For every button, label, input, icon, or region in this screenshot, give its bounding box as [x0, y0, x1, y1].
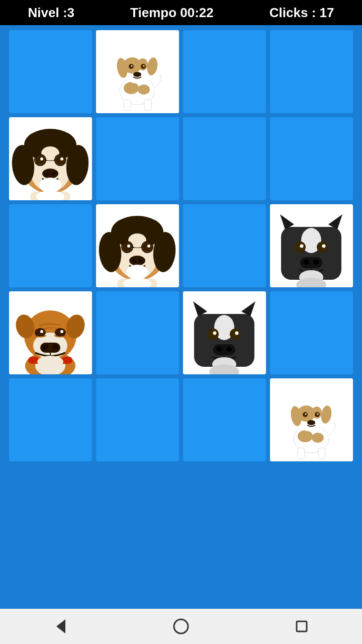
svg-point-51 — [138, 260, 142, 263]
svg-point-26 — [60, 157, 63, 160]
svg-point-29 — [42, 169, 58, 179]
svg-point-85 — [42, 345, 48, 350]
cell-7[interactable] — [270, 117, 353, 200]
svg-point-95 — [230, 329, 241, 340]
svg-point-3 — [138, 85, 150, 95]
svg-point-64 — [322, 245, 326, 248]
cell-0[interactable] — [9, 30, 92, 113]
cell-4[interactable] — [9, 117, 92, 200]
game-area — [0, 25, 362, 609]
game-grid — [9, 30, 353, 461]
svg-point-116 — [317, 414, 319, 415]
svg-point-80 — [35, 328, 46, 337]
svg-point-2 — [124, 82, 139, 94]
clicks-label: Clicks : 17 — [269, 5, 334, 21]
cell-8[interactable] — [9, 204, 92, 287]
cell-3[interactable] — [270, 30, 353, 113]
cell-1[interactable] — [96, 30, 179, 113]
level-label: Nivel :3 — [28, 5, 75, 21]
svg-point-46 — [147, 245, 150, 248]
cell-12[interactable] — [9, 291, 92, 374]
svg-point-115 — [305, 414, 307, 415]
svg-point-49 — [129, 256, 145, 266]
svg-point-66 — [303, 260, 309, 265]
svg-point-97 — [235, 332, 239, 335]
svg-rect-122 — [297, 621, 307, 631]
cell-6[interactable] — [183, 117, 266, 200]
svg-point-121 — [174, 619, 188, 633]
svg-rect-118 — [298, 448, 305, 459]
cell-10[interactable] — [183, 204, 266, 287]
svg-point-44 — [142, 242, 152, 252]
svg-rect-14 — [124, 100, 131, 111]
cell-17[interactable] — [96, 378, 179, 461]
svg-point-13 — [133, 72, 141, 77]
cell-14[interactable] — [183, 291, 266, 374]
svg-point-96 — [213, 332, 217, 335]
svg-point-86 — [52, 345, 58, 350]
svg-point-117 — [307, 420, 315, 425]
svg-point-62 — [317, 242, 328, 253]
svg-point-23 — [35, 155, 45, 165]
cell-5[interactable] — [96, 117, 179, 200]
svg-point-88 — [37, 356, 63, 368]
time-label: Tiempo 00:22 — [130, 5, 214, 21]
svg-point-83 — [60, 330, 63, 333]
svg-marker-120 — [56, 619, 65, 633]
svg-point-99 — [216, 347, 222, 352]
svg-point-67 — [313, 260, 319, 265]
cell-16[interactable] — [9, 378, 92, 461]
cell-18[interactable] — [183, 378, 266, 461]
svg-point-100 — [226, 347, 232, 352]
svg-point-82 — [40, 330, 43, 333]
svg-point-45 — [127, 245, 130, 248]
header: Nivel :3 Tiempo 00:22 Clicks : 17 — [0, 0, 362, 25]
svg-point-33 — [39, 178, 61, 193]
svg-point-25 — [40, 157, 43, 160]
svg-point-31 — [51, 173, 55, 176]
cell-15[interactable] — [270, 291, 353, 374]
svg-point-94 — [208, 329, 219, 340]
svg-rect-119 — [318, 448, 325, 459]
home-button[interactable] — [168, 614, 194, 639]
svg-point-81 — [55, 328, 66, 337]
cell-2[interactable] — [183, 30, 266, 113]
svg-point-24 — [55, 155, 65, 165]
svg-point-107 — [312, 433, 324, 443]
cell-13[interactable] — [96, 291, 179, 374]
svg-point-63 — [300, 245, 304, 248]
svg-point-43 — [122, 242, 132, 252]
svg-point-53 — [126, 265, 148, 280]
svg-point-30 — [45, 173, 49, 176]
svg-rect-15 — [144, 100, 151, 111]
recent-apps-button[interactable] — [289, 614, 314, 639]
cell-19[interactable] — [270, 378, 353, 461]
svg-point-50 — [132, 260, 136, 263]
svg-point-11 — [131, 65, 133, 67]
svg-point-106 — [298, 430, 313, 442]
svg-point-12 — [143, 65, 145, 67]
back-button[interactable] — [48, 614, 73, 639]
navigation-bar — [0, 609, 362, 644]
svg-point-61 — [295, 242, 306, 253]
cell-11[interactable] — [270, 204, 353, 287]
cell-9[interactable] — [96, 204, 179, 287]
